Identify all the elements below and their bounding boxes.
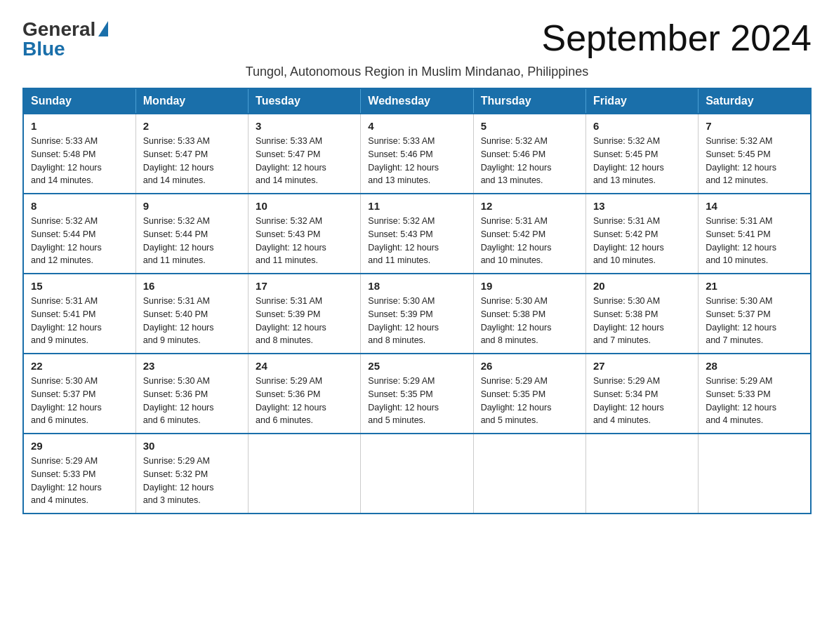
day-number: 2 [143,120,241,132]
day-info: Sunrise: 5:29 AMSunset: 5:36 PMDaylight:… [256,375,353,427]
day-info: Sunrise: 5:31 AMSunset: 5:42 PMDaylight:… [593,215,691,267]
calendar-cell: 24Sunrise: 5:29 AMSunset: 5:36 PMDayligh… [249,354,361,434]
day-info: Sunrise: 5:31 AMSunset: 5:39 PMDaylight:… [256,295,353,347]
day-info: Sunrise: 5:30 AMSunset: 5:36 PMDaylight:… [143,375,241,427]
calendar-cell: 18Sunrise: 5:30 AMSunset: 5:39 PMDayligh… [361,274,473,354]
calendar-table: SundayMondayTuesdayWednesdayThursdayFrid… [22,88,812,514]
day-number: 27 [593,360,691,372]
day-info: Sunrise: 5:30 AMSunset: 5:38 PMDaylight:… [593,295,691,347]
day-number: 14 [706,200,803,212]
day-number: 8 [31,200,128,212]
day-info: Sunrise: 5:33 AMSunset: 5:46 PMDaylight:… [368,135,465,187]
calendar-cell [361,434,473,514]
day-info: Sunrise: 5:31 AMSunset: 5:41 PMDaylight:… [31,295,128,347]
calendar-cell: 7Sunrise: 5:32 AMSunset: 5:45 PMDaylight… [699,114,811,194]
calendar-week-row: 1Sunrise: 5:33 AMSunset: 5:48 PMDaylight… [23,114,811,194]
day-number: 23 [143,360,241,372]
calendar-cell: 19Sunrise: 5:30 AMSunset: 5:38 PMDayligh… [473,274,585,354]
calendar-day-header-saturday: Saturday [699,88,811,114]
calendar-cell: 8Sunrise: 5:32 AMSunset: 5:44 PMDaylight… [23,194,135,274]
day-info: Sunrise: 5:30 AMSunset: 5:38 PMDaylight:… [481,295,578,347]
calendar-cell: 9Sunrise: 5:32 AMSunset: 5:44 PMDaylight… [135,194,248,274]
day-number: 7 [706,120,803,132]
calendar-day-header-friday: Friday [585,88,698,114]
calendar-cell: 3Sunrise: 5:33 AMSunset: 5:47 PMDaylight… [249,114,361,194]
day-number: 9 [143,200,241,212]
calendar-cell [249,434,361,514]
day-info: Sunrise: 5:29 AMSunset: 5:32 PMDaylight:… [143,455,241,507]
calendar-cell: 21Sunrise: 5:30 AMSunset: 5:37 PMDayligh… [699,274,811,354]
day-number: 1 [31,120,128,132]
day-number: 11 [368,200,465,212]
day-info: Sunrise: 5:31 AMSunset: 5:42 PMDaylight:… [481,215,578,267]
calendar-cell: 22Sunrise: 5:30 AMSunset: 5:37 PMDayligh… [23,354,135,434]
day-info: Sunrise: 5:29 AMSunset: 5:35 PMDaylight:… [481,375,578,427]
calendar-day-header-thursday: Thursday [473,88,585,114]
calendar-day-header-monday: Monday [135,88,248,114]
logo-general: General [22,20,108,39]
calendar-week-row: 29Sunrise: 5:29 AMSunset: 5:33 PMDayligh… [23,434,811,514]
calendar-cell: 4Sunrise: 5:33 AMSunset: 5:46 PMDaylight… [361,114,473,194]
logo-blue-text: Blue [22,39,65,59]
calendar-cell: 17Sunrise: 5:31 AMSunset: 5:39 PMDayligh… [249,274,361,354]
calendar-cell: 14Sunrise: 5:31 AMSunset: 5:41 PMDayligh… [699,194,811,274]
day-info: Sunrise: 5:33 AMSunset: 5:47 PMDaylight:… [143,135,241,187]
calendar-cell [699,434,811,514]
day-info: Sunrise: 5:32 AMSunset: 5:46 PMDaylight:… [481,135,578,187]
day-info: Sunrise: 5:30 AMSunset: 5:37 PMDaylight:… [31,375,128,427]
day-number: 10 [256,200,353,212]
day-number: 20 [593,280,691,292]
calendar-cell [473,434,585,514]
calendar-week-row: 22Sunrise: 5:30 AMSunset: 5:37 PMDayligh… [23,354,811,434]
logo-general-text: General [22,20,95,39]
page-header: General Blue September 2024 [22,17,812,59]
day-number: 18 [368,280,465,292]
calendar-cell: 2Sunrise: 5:33 AMSunset: 5:47 PMDaylight… [135,114,248,194]
day-number: 17 [256,280,353,292]
day-info: Sunrise: 5:32 AMSunset: 5:45 PMDaylight:… [593,135,691,187]
day-info: Sunrise: 5:32 AMSunset: 5:44 PMDaylight:… [143,215,241,267]
day-number: 3 [256,120,353,132]
logo: General Blue [22,20,108,59]
day-info: Sunrise: 5:32 AMSunset: 5:43 PMDaylight:… [256,215,353,267]
calendar-cell: 6Sunrise: 5:32 AMSunset: 5:45 PMDaylight… [585,114,698,194]
calendar-cell: 13Sunrise: 5:31 AMSunset: 5:42 PMDayligh… [585,194,698,274]
day-info: Sunrise: 5:29 AMSunset: 5:33 PMDaylight:… [31,455,128,507]
day-number: 21 [706,280,803,292]
day-number: 24 [256,360,353,372]
day-info: Sunrise: 5:31 AMSunset: 5:40 PMDaylight:… [143,295,241,347]
day-number: 12 [481,200,578,212]
day-number: 26 [481,360,578,372]
calendar-subtitle: Tungol, Autonomous Region in Muslim Mind… [22,65,812,79]
day-info: Sunrise: 5:30 AMSunset: 5:37 PMDaylight:… [706,295,803,347]
calendar-cell: 30Sunrise: 5:29 AMSunset: 5:32 PMDayligh… [135,434,248,514]
day-info: Sunrise: 5:30 AMSunset: 5:39 PMDaylight:… [368,295,465,347]
calendar-cell: 29Sunrise: 5:29 AMSunset: 5:33 PMDayligh… [23,434,135,514]
calendar-header-row: SundayMondayTuesdayWednesdayThursdayFrid… [23,88,811,114]
calendar-cell: 11Sunrise: 5:32 AMSunset: 5:43 PMDayligh… [361,194,473,274]
day-number: 16 [143,280,241,292]
day-number: 15 [31,280,128,292]
calendar-week-row: 8Sunrise: 5:32 AMSunset: 5:44 PMDaylight… [23,194,811,274]
calendar-day-header-tuesday: Tuesday [249,88,361,114]
calendar-cell: 10Sunrise: 5:32 AMSunset: 5:43 PMDayligh… [249,194,361,274]
calendar-cell: 12Sunrise: 5:31 AMSunset: 5:42 PMDayligh… [473,194,585,274]
day-number: 13 [593,200,691,212]
day-number: 28 [706,360,803,372]
day-number: 22 [31,360,128,372]
day-number: 6 [593,120,691,132]
calendar-day-header-wednesday: Wednesday [361,88,473,114]
calendar-cell: 26Sunrise: 5:29 AMSunset: 5:35 PMDayligh… [473,354,585,434]
calendar-cell: 16Sunrise: 5:31 AMSunset: 5:40 PMDayligh… [135,274,248,354]
day-number: 30 [143,440,241,452]
day-number: 25 [368,360,465,372]
day-info: Sunrise: 5:31 AMSunset: 5:41 PMDaylight:… [706,215,803,267]
day-number: 4 [368,120,465,132]
calendar-cell: 28Sunrise: 5:29 AMSunset: 5:33 PMDayligh… [699,354,811,434]
day-info: Sunrise: 5:33 AMSunset: 5:47 PMDaylight:… [256,135,353,187]
calendar-cell: 1Sunrise: 5:33 AMSunset: 5:48 PMDaylight… [23,114,135,194]
calendar-cell: 5Sunrise: 5:32 AMSunset: 5:46 PMDaylight… [473,114,585,194]
calendar-day-header-sunday: Sunday [23,88,135,114]
calendar-cell: 15Sunrise: 5:31 AMSunset: 5:41 PMDayligh… [23,274,135,354]
calendar-cell: 27Sunrise: 5:29 AMSunset: 5:34 PMDayligh… [585,354,698,434]
